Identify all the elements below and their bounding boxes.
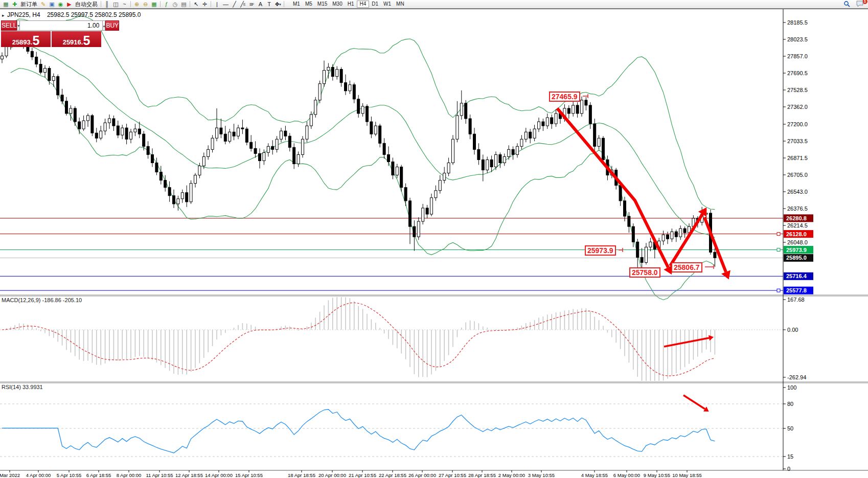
- mt4-window: ▦✚新订单✎▣◉▶自动交易║◫~⊕⊖▦ƒ◷▤↖✛|—╱╱E≡FAT❖▾ M1M5…: [0, 0, 868, 478]
- templates-icon[interactable]: ▤: [179, 1, 188, 8]
- new-order-icon[interactable]: ✚: [10, 1, 19, 8]
- timeframe-button-w1[interactable]: W1: [381, 1, 394, 8]
- price-annotation-label[interactable]: 25806.7: [671, 262, 702, 272]
- ohlc-values: 25982.5 25997.5 25802.5 25895.0: [47, 11, 141, 18]
- toolbar-separator: [160, 1, 161, 7]
- toolbar-separator: [190, 1, 190, 7]
- time-axis-label: 22 Apr 18:55: [379, 472, 406, 478]
- time-axis-label: 10 May 18:55: [672, 472, 702, 478]
- time-axis-label: 14 Apr 00:00: [205, 472, 233, 478]
- bollinger-middle-band: [11, 43, 715, 237]
- time-axis-label: 18 Apr 18:55: [288, 472, 315, 478]
- buy-price-display[interactable]: 25916.5: [52, 31, 101, 47]
- time-axis-label: 8 Apr 00:00: [117, 472, 142, 478]
- autotrade-label[interactable]: 自动交易: [74, 1, 99, 8]
- time-axis-label: 21 Apr 10:55: [349, 472, 376, 478]
- time-axis-label: 3 May 10:55: [528, 472, 555, 478]
- new-order-label[interactable]: 新订单: [19, 1, 39, 8]
- vertical-line-icon[interactable]: |: [213, 1, 221, 8]
- volume-input[interactable]: [20, 20, 102, 31]
- period-icon[interactable]: ◷: [171, 1, 179, 8]
- toolbar-separator: [101, 1, 101, 7]
- zoom-out-icon[interactable]: ⊖: [141, 1, 150, 8]
- time-axis-label: 2 May 00:00: [498, 472, 525, 478]
- rsi-tick-label: 15: [787, 453, 793, 460]
- line-drag-handle[interactable]: [777, 233, 780, 236]
- text-icon[interactable]: A: [256, 1, 265, 8]
- arrows-icon[interactable]: ❖▾: [273, 1, 282, 8]
- timeframe-button-m30[interactable]: M30: [330, 1, 345, 8]
- terminal-icon[interactable]: ▣: [48, 1, 56, 8]
- signal-icon[interactable]: ◉: [56, 1, 65, 8]
- trendline-icon[interactable]: ╱: [230, 1, 239, 8]
- timeframe-button-mn[interactable]: MN: [394, 1, 407, 8]
- price-tick-label: 27857.0: [787, 53, 808, 59]
- time-axis-label: Mar 2022: [0, 472, 20, 478]
- horizontal-line-icon[interactable]: —: [221, 1, 230, 8]
- trend-arrow-head: [709, 335, 714, 341]
- time-axis-label: 27 Apr 10:55: [439, 472, 466, 478]
- timeframe-button-h4[interactable]: H4: [357, 1, 370, 8]
- line-chart-icon[interactable]: ~: [120, 1, 129, 8]
- toolbar-separator: [211, 1, 211, 7]
- price-badge-label: 25577.8: [786, 287, 807, 293]
- price-tick-label: 26376.5: [787, 206, 808, 212]
- cursor-icon[interactable]: ↖: [192, 1, 200, 8]
- bar-chart-icon[interactable]: ║: [103, 1, 111, 8]
- time-axis-label: 9 May 10:55: [644, 472, 670, 478]
- line-drag-handle[interactable]: [777, 248, 780, 252]
- price-tick-label: 27200.0: [787, 121, 808, 127]
- zoom-in-icon[interactable]: ⊕: [132, 1, 141, 8]
- one-click-trading-panel: SELL ▾ ▴ BUY 25893.5 25916.5: [1, 20, 101, 47]
- price-tick-label: 28023.5: [787, 36, 808, 42]
- line-drag-handle[interactable]: [777, 289, 780, 292]
- add-indicator-icon[interactable]: ƒ: [162, 1, 171, 8]
- sell-button[interactable]: SELL: [1, 20, 17, 31]
- trend-arrow[interactable]: [704, 217, 726, 272]
- timeframe-button-h1[interactable]: H1: [345, 1, 357, 8]
- price-tick-label: 26543.0: [787, 189, 808, 195]
- price-tick-label: 26214.5: [787, 222, 808, 229]
- buy-button[interactable]: BUY: [105, 20, 119, 31]
- fibonacci-icon[interactable]: ≡F: [247, 1, 256, 8]
- price-annotation-label[interactable]: 27465.9: [549, 92, 580, 102]
- price-tick-label: 26048.0: [787, 239, 808, 245]
- timeframe-button-m5[interactable]: M5: [303, 1, 315, 8]
- price-annotation-label[interactable]: 25973.9: [585, 245, 616, 256]
- toolbar-icons: ▦✚新订单✎▣◉▶自动交易║◫~⊕⊖▦ƒ◷▤↖✛|—╱╱E≡FAT❖▾: [2, 1, 286, 8]
- macd-tick-label: 167.68: [787, 297, 805, 303]
- autotrade-icon[interactable]: ▶: [65, 1, 74, 8]
- search-icon[interactable]: [843, 1, 852, 8]
- crosshair-icon[interactable]: ✛: [200, 1, 209, 8]
- tile-windows-icon[interactable]: ▦: [150, 1, 158, 8]
- rsi-label: RSI(14) 33.9931: [2, 384, 43, 390]
- time-axis-label: 20 Apr 00:00: [318, 472, 346, 478]
- highlighter-icon[interactable]: ✎: [39, 1, 48, 8]
- candle-chart-icon[interactable]: ◫: [111, 1, 120, 8]
- time-axis-label: 6 May 00:00: [613, 472, 640, 478]
- trend-arrow[interactable]: [683, 395, 705, 409]
- symbol-period-label: JPN225, H4: [7, 11, 40, 18]
- toolbar: ▦✚新订单✎▣◉▶自动交易║◫~⊕⊖▦ƒ◷▤↖✛|—╱╱E≡FAT❖▾ M1M5…: [0, 0, 868, 9]
- timeframe-button-m1[interactable]: M1: [290, 1, 303, 8]
- rsi-line: [2, 409, 715, 453]
- label-icon[interactable]: T: [265, 1, 273, 8]
- toolbar-separator: [130, 1, 131, 7]
- channel-icon[interactable]: ╱E: [239, 1, 247, 8]
- price-badge-label: 25973.9: [786, 247, 807, 253]
- time-axis-label: 12 Apr 18:55: [175, 472, 203, 478]
- chat-icon[interactable]: 1: [856, 1, 865, 8]
- main-chart-canvas[interactable]: 28185.528023.527857.027690.527528.527362…: [0, 0, 868, 478]
- macd-histogram: [2, 297, 715, 381]
- time-axis-label: 15 Apr 10:55: [235, 472, 263, 478]
- new-chart-icon[interactable]: ▦: [2, 1, 10, 8]
- macd-tick-label: 0.00: [787, 327, 798, 333]
- price-tick-label: 26871.5: [787, 155, 808, 161]
- price-tick-label: 27362.0: [787, 104, 808, 110]
- time-axis-label: 28 Apr 18:55: [468, 472, 496, 478]
- toolbar-separator: [284, 1, 284, 7]
- timeframe-button-m15[interactable]: M15: [315, 1, 330, 8]
- sell-price-display[interactable]: 25893.5: [1, 31, 51, 47]
- price-annotation-label[interactable]: 25758.0: [629, 267, 660, 278]
- timeframe-button-d1[interactable]: D1: [369, 1, 381, 8]
